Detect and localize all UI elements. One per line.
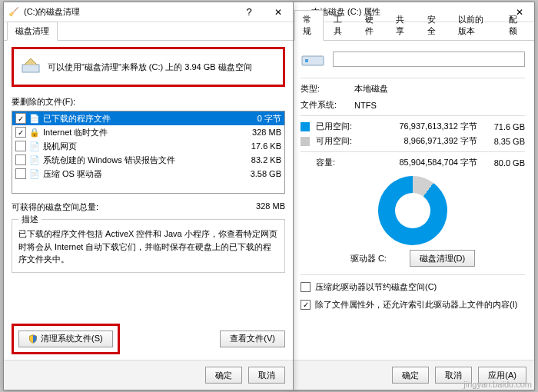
free-swatch <box>301 137 310 146</box>
file-size: 3.58 GB <box>227 169 281 178</box>
properties-tabs: 常规 工具 硬件 共享 安全 以前的版本 配额 <box>291 22 534 41</box>
free-gb: 8.35 GB <box>487 137 525 146</box>
shield-icon <box>28 334 38 344</box>
disk-cleanup-window: 🧹 (C:)的磁盘清理 ? ✕ 磁盘清理 可以使用"磁盘清理"来释放 (C:) … <box>3 2 294 390</box>
cleanup-message-box: 可以使用"磁盘清理"来释放 (C:) 上的 3.94 GB 磁盘空间 <box>12 47 285 87</box>
tab-quota[interactable]: 配额 <box>500 10 530 40</box>
properties-window: 本地磁盘 (C:) 属性 ✕ 常规 工具 硬件 共享 安全 以前的版本 配额 类… <box>291 2 535 390</box>
view-files-button[interactable]: 查看文件(V) <box>220 331 285 347</box>
clean-system-files-label: 清理系统文件(S) <box>41 333 103 344</box>
list-item[interactable]: ✓🔒Internet 临时文件328 MB <box>12 125 284 139</box>
compress-checkbox[interactable] <box>301 282 311 292</box>
list-item[interactable]: 📄压缩 OS 驱动器3.58 GB <box>12 167 284 181</box>
files-label: 要删除的文件(F): <box>12 96 285 108</box>
index-checkbox[interactable]: ✓ <box>301 300 311 310</box>
close-icon[interactable]: ✕ <box>264 2 293 22</box>
file-size: 0 字节 <box>227 113 281 125</box>
list-item[interactable]: 📄系统创建的 Windows 错误报告文件83.2 KB <box>12 153 284 167</box>
capacity-bytes: 85,904,584,704 字节 <box>362 157 487 168</box>
cleanup-message: 可以使用"磁盘清理"来释放 (C:) 上的 3.94 GB 磁盘空间 <box>48 61 252 73</box>
ok-button[interactable]: 确定 <box>392 367 429 384</box>
cleanup-tabs: 磁盘清理 <box>4 22 293 41</box>
cleanup-icon <box>20 55 42 78</box>
watermark: jingyan.baidu.com <box>463 380 532 389</box>
tab-previous[interactable]: 以前的版本 <box>450 10 498 40</box>
file-size: 328 MB <box>227 128 281 137</box>
tab-tools[interactable]: 工具 <box>325 10 354 40</box>
tab-disk-cleanup[interactable]: 磁盘清理 <box>7 22 58 41</box>
checkbox[interactable] <box>15 141 26 151</box>
svg-rect-3 <box>305 59 308 62</box>
total-value: 328 MB <box>256 201 285 213</box>
file-name: 已下载的程序文件 <box>43 113 227 125</box>
capacity-gb: 80.0 GB <box>487 158 525 168</box>
file-name: Internet 临时文件 <box>43 127 227 138</box>
checkbox[interactable] <box>15 168 26 179</box>
file-list[interactable]: ✓📄已下载的程序文件0 字节✓🔒Internet 临时文件328 MB📄脱机网页… <box>12 111 285 194</box>
file-size: 83.2 KB <box>227 155 281 164</box>
file-icon: 📄 <box>29 155 40 165</box>
type-label: 类型: <box>301 83 354 95</box>
checkbox[interactable]: ✓ <box>15 113 26 124</box>
used-bytes: 76,937,613,312 字节 <box>362 121 487 132</box>
file-name: 脱机网页 <box>43 141 227 152</box>
tab-security[interactable]: 安全 <box>419 10 448 40</box>
clean-system-files-button[interactable]: 清理系统文件(S) <box>18 331 113 347</box>
tab-general[interactable]: 常规 <box>294 10 324 41</box>
file-icon: 📄 <box>29 169 40 179</box>
checkbox[interactable]: ✓ <box>15 127 26 138</box>
description-text: 已下载的程序文件包括 ActiveX 控件和 Java 小程序，你查看特定网页时… <box>18 228 278 266</box>
disk-cleanup-button[interactable]: 磁盘清理(D) <box>410 250 475 267</box>
tab-hardware[interactable]: 硬件 <box>357 10 386 40</box>
fs-value: NTFS <box>354 101 525 110</box>
file-name: 系统创建的 Windows 错误报告文件 <box>43 154 227 166</box>
list-item[interactable]: ✓📄已下载的程序文件0 字节 <box>12 111 284 125</box>
used-swatch <box>301 122 310 131</box>
properties-body: 类型: 本地磁盘 文件系统: NTFS 已用空间: 76,937,613,312… <box>291 41 534 318</box>
cleanup-title-icon: 🧹 <box>8 7 19 18</box>
type-value: 本地磁盘 <box>354 83 525 95</box>
ok-button[interactable]: 确定 <box>205 367 242 384</box>
drive-large-icon <box>301 48 325 70</box>
svg-rect-4 <box>22 65 39 72</box>
free-label: 可用空间: <box>316 135 362 147</box>
used-gb: 71.6 GB <box>487 122 525 131</box>
description-legend: 描述 <box>18 214 42 225</box>
help-icon[interactable]: ? <box>234 2 264 22</box>
list-item[interactable]: 📄脱机网页17.6 KB <box>12 139 284 153</box>
tab-sharing[interactable]: 共享 <box>387 10 417 40</box>
file-name: 压缩 OS 驱动器 <box>43 168 227 180</box>
cleanup-title: (C:)的磁盘清理 <box>24 6 234 18</box>
file-icon: 🔒 <box>29 128 40 138</box>
used-label: 已用空间: <box>316 121 362 132</box>
checkbox[interactable] <box>15 154 26 165</box>
fs-label: 文件系统: <box>301 99 354 111</box>
file-size: 17.6 KB <box>227 141 281 151</box>
cancel-button[interactable]: 取消 <box>248 367 285 384</box>
compress-label: 压缩此驱动器以节约磁盘空间(C) <box>315 281 437 293</box>
free-bytes: 8,966,971,392 字节 <box>362 135 487 147</box>
file-icon: 📄 <box>29 114 40 124</box>
total-label: 可获得的磁盘空间总量: <box>12 201 98 213</box>
description-group: 描述 已下载的程序文件包括 ActiveX 控件和 Java 小程序，你查看特定… <box>12 219 285 273</box>
volume-name-input[interactable] <box>333 51 525 67</box>
drive-caption: 驱动器 C: <box>350 253 387 264</box>
cleanup-body: 可以使用"磁盘清理"来释放 (C:) 上的 3.94 GB 磁盘空间 要删除的文… <box>4 41 293 360</box>
file-icon: 📄 <box>29 141 40 151</box>
disk-usage-chart <box>378 176 447 245</box>
capacity-label: 容量: <box>316 157 362 168</box>
cleanup-titlebar: 🧹 (C:)的磁盘清理 ? ✕ <box>4 2 293 22</box>
index-label: 除了文件属性外，还允许索引此驱动器上文件的内容(I) <box>315 299 517 311</box>
